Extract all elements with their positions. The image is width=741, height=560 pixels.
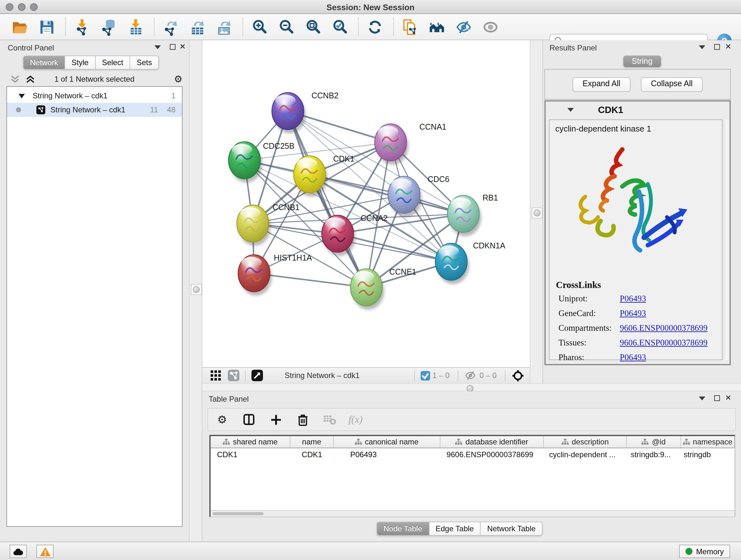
- column-header-database-identifier[interactable]: database identifier: [440, 436, 544, 448]
- control-panel-close-icon[interactable]: ✕: [179, 44, 186, 51]
- tab-network-table[interactable]: Network Table: [481, 522, 543, 536]
- crosslink-tissues-link[interactable]: 9606.ENSP00000378699: [620, 338, 708, 348]
- show-all-button[interactable]: [481, 17, 500, 37]
- network-view[interactable]: CCNB2CCNA1CDC25BCDK1CDC6RB1CCNB1CCNA2CDK…: [202, 40, 530, 367]
- table-body: CDK1CDK1P064939606.ENSP00000378699cyclin…: [211, 448, 735, 460]
- network-label: String Network – cdk1: [51, 105, 125, 114]
- first-neighbors-button[interactable]: [427, 17, 446, 37]
- node-CDKN1A[interactable]: [435, 243, 469, 284]
- collapse-all-icon[interactable]: [10, 75, 20, 84]
- results-panel: Results Panel ✕ String Expand All Collap…: [543, 40, 741, 383]
- import-network-database-button[interactable]: [99, 17, 118, 37]
- network-tree-child-row[interactable]: String Network – cdk1 11 48: [7, 103, 182, 117]
- cloud-status-button[interactable]: [10, 545, 27, 558]
- node-CCNE1[interactable]: [350, 269, 384, 310]
- crosslink-pharos-link[interactable]: P06493: [620, 353, 646, 363]
- tab-node-table[interactable]: Node Table: [377, 522, 429, 536]
- bottom-splitter-handle[interactable]: [467, 385, 474, 392]
- right-splitter-handle[interactable]: [532, 207, 542, 219]
- import-network-file-button[interactable]: [72, 17, 91, 37]
- save-session-button[interactable]: [37, 17, 56, 37]
- table-panel-float-icon[interactable]: [714, 395, 720, 401]
- results-panel-close-icon[interactable]: ✕: [725, 44, 731, 51]
- column-header-description[interactable]: description: [544, 436, 627, 448]
- hide-selected-button[interactable]: [454, 17, 473, 37]
- right-splitter[interactable]: [530, 40, 543, 383]
- left-splitter-handle[interactable]: [191, 284, 202, 295]
- expand-all-icon[interactable]: [25, 75, 35, 84]
- bottom-splitter[interactable]: [202, 383, 741, 391]
- control-panel-menu-icon[interactable]: [154, 45, 161, 49]
- network-graph[interactable]: CCNB2CCNA1CDC25BCDK1CDC6RB1CCNB1CCNA2CDK…: [202, 40, 530, 367]
- zoom-in-button[interactable]: [250, 17, 269, 37]
- tab-edge-table[interactable]: Edge Table: [429, 522, 481, 536]
- open-session-button[interactable]: [10, 17, 29, 37]
- zoom-fit-button[interactable]: [303, 17, 322, 37]
- node-HIST1H1A[interactable]: [238, 255, 272, 296]
- gene-entry-header[interactable]: CDK1: [546, 102, 730, 118]
- table-panel: Table Panel ✕ ⚙ f(x) shared namenamecano…: [202, 391, 741, 542]
- delete-column-icon[interactable]: [295, 412, 310, 427]
- hidden-eye-icon[interactable]: [464, 370, 477, 381]
- column-header-@id[interactable]: @id: [627, 436, 681, 448]
- zoom-selected-button[interactable]: [330, 17, 349, 37]
- gene-collapse-icon[interactable]: [567, 108, 574, 112]
- fit-selected-crosshair-icon[interactable]: [511, 369, 525, 382]
- table-row[interactable]: CDK1CDK1P064939606.ENSP00000378699cyclin…: [211, 448, 735, 460]
- crosslink-uniprot-link[interactable]: P06493: [620, 294, 646, 304]
- table-scrollbar-thumb[interactable]: [212, 512, 264, 515]
- tab-network[interactable]: Network: [23, 56, 65, 70]
- column-header-name[interactable]: name: [290, 436, 334, 448]
- results-panel-menu-icon[interactable]: [699, 45, 705, 49]
- expand-all-button[interactable]: Expand All: [572, 77, 630, 91]
- network-view-icon[interactable]: [228, 370, 239, 381]
- export-image-button[interactable]: [214, 17, 233, 37]
- node-label-CCNA2: CCNA2: [360, 213, 388, 223]
- node-CDC6[interactable]: [388, 176, 422, 217]
- tab-style[interactable]: Style: [65, 56, 95, 70]
- table-options-gear-icon[interactable]: ⚙: [214, 412, 230, 427]
- crosslink-row: GeneCard:P06493: [558, 308, 722, 319]
- results-scrollbar[interactable]: [724, 119, 729, 360]
- node-CCNA1[interactable]: [375, 124, 408, 165]
- export-network-button[interactable]: [161, 17, 180, 37]
- node-CDK1[interactable]: [293, 156, 327, 197]
- export-table-button[interactable]: [188, 17, 207, 37]
- selected-checkbox-icon[interactable]: [420, 371, 430, 380]
- table-panel-menu-icon[interactable]: [699, 396, 705, 400]
- node-CDC25B[interactable]: [228, 142, 262, 183]
- warnings-button[interactable]: [37, 545, 54, 558]
- table-cell: stringdb: [681, 448, 735, 460]
- crosslink-genecard-link[interactable]: P06493: [620, 308, 646, 319]
- column-header-canonical-name[interactable]: canonical name: [334, 436, 441, 448]
- show-columns-icon[interactable]: [241, 412, 257, 427]
- update-button[interactable]: [365, 17, 384, 37]
- save-icon: [38, 18, 55, 36]
- results-panel-float-icon[interactable]: [714, 44, 720, 50]
- add-column-icon[interactable]: [268, 412, 283, 427]
- control-panel-float-icon[interactable]: [170, 44, 176, 50]
- tree-collapse-icon[interactable]: [18, 94, 25, 98]
- birds-eye-view-icon[interactable]: [252, 370, 263, 381]
- network-options-gear-icon[interactable]: ⚙: [174, 73, 183, 85]
- tab-string[interactable]: String: [623, 56, 661, 67]
- zoom-out-button[interactable]: [276, 17, 295, 37]
- grid-view-icon[interactable]: [210, 370, 221, 381]
- collapse-all-button[interactable]: Collapse All: [641, 77, 703, 91]
- table-panel-close-icon[interactable]: ✕: [725, 395, 731, 401]
- column-header-shared-name[interactable]: shared name: [211, 436, 290, 448]
- network-tree-root-row[interactable]: String Network – cdk1 1: [7, 89, 182, 103]
- import-table-button[interactable]: [126, 17, 145, 37]
- clone-network-button[interactable]: [400, 17, 419, 37]
- node-CCNA2[interactable]: [322, 215, 355, 256]
- tab-sets[interactable]: Sets: [130, 56, 159, 70]
- node-RB1[interactable]: [448, 195, 481, 236]
- toolbar-separator: [154, 18, 155, 36]
- column-header-namespace[interactable]: namespace: [681, 436, 735, 448]
- left-splitter[interactable]: [189, 40, 202, 542]
- crosslink-compartments-link[interactable]: 9606.ENSP00000378699: [620, 323, 708, 333]
- tab-select[interactable]: Select: [95, 56, 130, 70]
- table-horizontal-scrollbar[interactable]: [211, 510, 735, 516]
- memory-button[interactable]: Memory: [679, 545, 730, 558]
- node-CCNB2[interactable]: [272, 92, 306, 133]
